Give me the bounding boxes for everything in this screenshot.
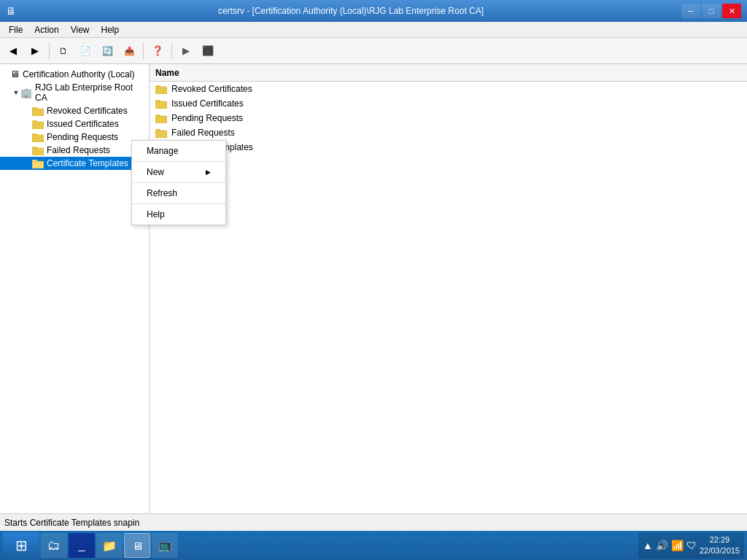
close-button[interactable]: ✕ (722, 4, 741, 18)
context-new-label: New (147, 167, 164, 177)
tree-revoked-label: Revoked Certificates (47, 106, 128, 116)
tree-failed-item[interactable]: Failed Requests (0, 144, 149, 157)
svg-rect-16 (155, 85, 160, 88)
context-menu: Manage New ▶ Refresh Help (131, 140, 226, 225)
folder-icon (155, 98, 167, 109)
svg-rect-0 (32, 109, 44, 116)
svg-rect-7 (32, 133, 37, 136)
tree-pending-item[interactable]: Pending Requests (0, 131, 149, 144)
svg-rect-24 (155, 131, 167, 138)
tree-templates-item[interactable]: Certificate Templates (0, 157, 149, 170)
context-new[interactable]: New ▶ (132, 163, 225, 181)
clock-time: 22:29 (700, 534, 740, 545)
tree-issued-label: Issued Certificates (47, 119, 119, 129)
start-button[interactable]: ⊞ (3, 532, 39, 559)
computer-icon: 🖥 (10, 69, 20, 79)
minimize-button[interactable]: ─ (681, 4, 700, 18)
right-panel: Name Revoked Certificates Issued Certifi… (150, 64, 747, 513)
menu-file[interactable]: File (3, 23, 28, 36)
svg-rect-25 (155, 129, 160, 131)
folder-icon (155, 84, 167, 94)
properties-button[interactable]: 📄 (75, 41, 96, 61)
refresh-button-toolbar[interactable]: 🔄 (97, 41, 117, 61)
right-revoked-label: Revoked Certificates (171, 84, 252, 94)
right-templates-item[interactable]: Certificate Templates (150, 140, 747, 155)
taskbar-server-manager[interactable]: 🖥 (124, 533, 150, 558)
tree-root-item[interactable]: 🖥 Certification Authority (Local) (0, 67, 149, 81)
taskbar-folder[interactable]: 📁 (96, 533, 123, 558)
taskbar: ⊞ 🗂 _ 📁 🖥 📺 ▲ 🔊 📶 🛡 22:29 22/03/2015 (0, 531, 747, 560)
folder-icon (32, 119, 44, 129)
right-pending-item[interactable]: Pending Requests (150, 111, 747, 125)
help-button[interactable]: ❓ (147, 41, 168, 61)
app-icon: 🖥 (6, 5, 16, 17)
taskbar-remote-desktop[interactable]: 📺 (152, 533, 178, 558)
right-failed-label: Failed Requests (171, 128, 235, 138)
maximize-button[interactable]: □ (702, 4, 721, 18)
svg-rect-6 (32, 135, 44, 142)
window-title: certsrv - [Certification Authority (Loca… (20, 6, 681, 16)
taskbar-powershell[interactable]: _ (69, 533, 95, 558)
show-hide-button[interactable]: 🗋 (53, 41, 74, 61)
tree-revoked-item[interactable]: Revoked Certificates (0, 104, 149, 117)
svg-rect-22 (155, 114, 160, 117)
menu-help[interactable]: Help (96, 23, 125, 36)
tree-pending-label: Pending Requests (47, 132, 118, 142)
tray-network-icon[interactable]: 🔊 (656, 540, 668, 551)
svg-rect-15 (155, 87, 167, 94)
tray-chevron-icon[interactable]: ▲ (643, 540, 653, 551)
tree-issued-item[interactable]: Issued Certificates (0, 117, 149, 131)
tree-root-label: Certification Authority (Local) (23, 69, 134, 79)
tray-volume-icon[interactable]: 📶 (671, 540, 684, 551)
tree-templates-label: Certificate Templates (47, 158, 128, 168)
taskbar-tray: ▲ 🔊 📶 🛡 22:29 22/03/2015 (638, 532, 744, 559)
svg-rect-12 (32, 161, 44, 168)
folder-icon (32, 132, 44, 142)
context-manage[interactable]: Manage (132, 142, 225, 160)
context-refresh[interactable]: Refresh (132, 184, 225, 202)
toolbar-sep-1 (49, 42, 50, 60)
forward-button[interactable]: ▶ (25, 41, 45, 61)
right-pending-label: Pending Requests (171, 113, 243, 123)
context-help[interactable]: Help (132, 206, 225, 223)
context-manage-label: Manage (147, 146, 178, 156)
status-text: Starts Certificate Templates snapin (4, 518, 597, 528)
svg-rect-21 (155, 116, 167, 123)
stop-button[interactable]: ⬛ (198, 41, 218, 61)
tree-server-label: RJG Lab Enterprise Root CA (35, 82, 146, 103)
play-button[interactable]: ▶ (176, 41, 196, 61)
title-bar: 🖥 certsrv - [Certification Authority (Lo… (0, 0, 747, 22)
menu-bar: File Action View Help (0, 22, 747, 38)
ctx-sep-3 (132, 203, 225, 204)
svg-rect-10 (32, 147, 37, 149)
svg-rect-19 (155, 100, 160, 102)
tray-security-icon[interactable]: 🛡 (686, 540, 697, 551)
svg-rect-3 (32, 122, 44, 129)
expand-icon-server: ▼ (12, 89, 20, 96)
right-panel-header: Name (150, 64, 747, 82)
menu-action[interactable]: Action (28, 23, 64, 36)
toolbar: ◀ ▶ 🗋 📄 🔄 📤 ❓ ▶ ⬛ (0, 38, 747, 64)
submenu-arrow-icon: ▶ (206, 168, 211, 176)
right-issued-item[interactable]: Issued Certificates (150, 96, 747, 111)
right-issued-label: Issued Certificates (171, 98, 244, 109)
taskbar-clock[interactable]: 22:29 22/03/2015 (700, 534, 740, 557)
folder-icon (32, 106, 44, 116)
window-controls: ─ □ ✕ (681, 4, 741, 18)
svg-rect-4 (32, 120, 37, 122)
export-button[interactable]: 📤 (119, 41, 139, 61)
context-refresh-label: Refresh (147, 188, 177, 198)
taskbar-file-explorer[interactable]: 🗂 (41, 533, 67, 558)
context-help-label: Help (147, 209, 165, 219)
tree-server-item[interactable]: ▼ 🏢 RJG Lab Enterprise Root CA (0, 81, 149, 104)
right-revoked-item[interactable]: Revoked Certificates (150, 82, 747, 96)
right-failed-item[interactable]: Failed Requests (150, 125, 747, 140)
folder-icon (155, 113, 167, 123)
folder-icon (32, 145, 44, 155)
menu-view[interactable]: View (65, 23, 96, 36)
main-area: 🖥 Certification Authority (Local) ▼ 🏢 RJ… (0, 64, 747, 513)
ctx-sep-2 (132, 182, 225, 183)
back-button[interactable]: ◀ (3, 41, 23, 61)
server-icon: 🏢 (20, 88, 32, 98)
svg-rect-9 (32, 148, 44, 155)
